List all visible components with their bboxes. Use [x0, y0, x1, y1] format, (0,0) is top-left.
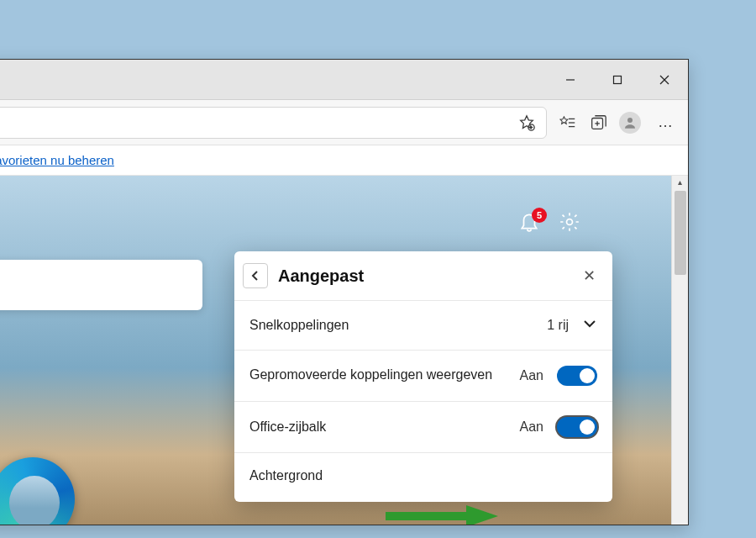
page-settings-popup: Aangepast ✕ Snelkoppelingen 1 rij Geprom…: [234, 251, 612, 502]
office-sidebar-toggle[interactable]: [557, 417, 597, 437]
favorites-list-icon[interactable]: [559, 113, 577, 132]
collections-icon[interactable]: [589, 113, 607, 132]
row-background-label: Achtergrond: [249, 468, 597, 483]
row-office-value: Aan: [520, 419, 543, 435]
window-titlebar: [0, 60, 688, 100]
row-background[interactable]: Achtergrond: [234, 452, 612, 498]
profile-avatar[interactable]: [619, 112, 641, 134]
add-favorite-icon[interactable]: [517, 113, 536, 132]
notification-badge: 5: [532, 208, 547, 223]
ntp-search-bar[interactable]: [0, 260, 202, 310]
browser-window: … Favorieten nu beheren 5: [0, 59, 689, 525]
popup-close-button[interactable]: ✕: [578, 266, 601, 285]
new-tab-content: 5 Aangepast ✕: [0, 176, 671, 525]
svg-point-14: [567, 219, 573, 225]
minimize-button[interactable]: [547, 60, 594, 100]
row-office-sidebar: Office-zijbalk Aan: [234, 401, 612, 452]
annotation-arrow-icon: [382, 504, 500, 525]
edge-logo-icon: [0, 457, 75, 525]
row-promoted-links: Gepromoveerde koppelingen weergeven Aan: [234, 350, 612, 401]
favorites-infobar: Favorieten nu beheren: [0, 145, 688, 176]
row-office-label: Office-zijbalk: [249, 419, 520, 435]
address-bar[interactable]: [0, 107, 547, 139]
row-promoted-value: Aan: [520, 368, 543, 383]
popup-back-button[interactable]: [243, 263, 268, 288]
row-promoted-label: Gepromoveerde koppelingen weergeven: [249, 366, 520, 384]
manage-favorites-link[interactable]: Favorieten nu beheren: [0, 153, 114, 167]
close-window-button[interactable]: [641, 60, 688, 100]
maximize-button[interactable]: [594, 60, 641, 100]
browser-toolbar: …: [0, 100, 688, 145]
popup-title: Aangepast: [278, 266, 578, 286]
svg-point-13: [627, 118, 633, 123]
page-settings-button[interactable]: [559, 211, 580, 236]
scroll-up-icon[interactable]: ▴: [672, 177, 688, 187]
more-menu-icon[interactable]: …: [653, 113, 680, 131]
chevron-down-icon: [582, 316, 597, 335]
row-shortcuts-label: Snelkoppelingen: [249, 318, 547, 333]
svg-rect-1: [614, 76, 622, 83]
vertical-scrollbar[interactable]: ▴: [671, 176, 688, 525]
notifications-button[interactable]: 5: [518, 211, 540, 236]
row-shortcuts-value: 1 rij: [547, 318, 569, 333]
row-shortcuts[interactable]: Snelkoppelingen 1 rij: [234, 300, 612, 350]
scrollbar-thumb[interactable]: [675, 191, 686, 275]
ntp-actions: 5: [518, 211, 580, 236]
promoted-links-toggle[interactable]: [557, 366, 597, 386]
svg-marker-16: [466, 505, 498, 525]
